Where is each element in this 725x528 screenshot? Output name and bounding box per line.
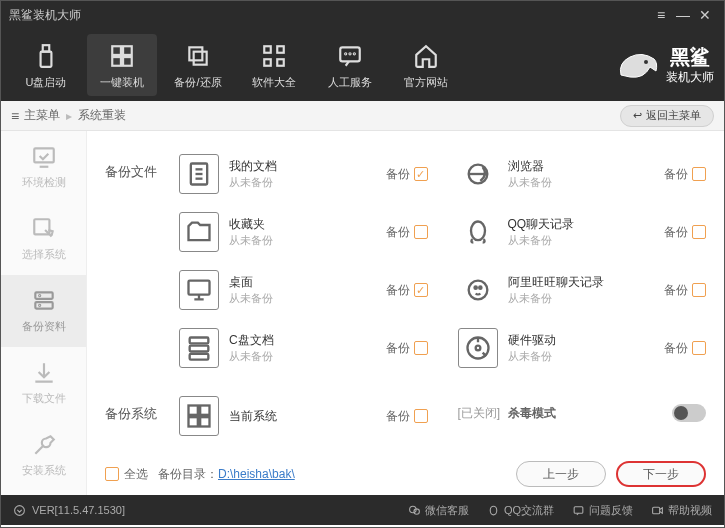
sidebar-item-select-system[interactable]: 选择系统 [1, 203, 86, 275]
svg-rect-17 [34, 148, 54, 162]
qq-icon [487, 504, 500, 517]
backup-label: 备份 [386, 224, 410, 241]
svg-rect-39 [200, 406, 209, 415]
nav-usb-boot[interactable]: U盘启动 [11, 34, 81, 96]
sidebar-item-label: 安装系统 [22, 463, 66, 478]
feedback-icon [572, 504, 585, 517]
status-link-help[interactable]: 帮助视频 [651, 503, 712, 518]
item-name: 桌面 [229, 274, 376, 291]
nav-software[interactable]: 软件大全 [239, 34, 309, 96]
item-sub: 从未备份 [229, 349, 376, 364]
backup-label: 备份 [664, 282, 688, 299]
backup-label: 备份 [386, 408, 410, 425]
monitor-check-icon [31, 144, 57, 170]
select-all-checkbox[interactable] [105, 467, 119, 481]
nav-label: 官方网站 [404, 75, 448, 90]
grid-icon [261, 41, 287, 71]
backup-path-link[interactable]: D:\heisha\bak\ [218, 467, 295, 481]
antivirus-toggle[interactable] [672, 404, 706, 422]
back-label: 返回主菜单 [646, 108, 701, 123]
minimize-button[interactable]: — [672, 7, 694, 23]
close-button[interactable]: ✕ [694, 7, 716, 23]
svg-point-15 [354, 53, 355, 54]
kill-label: 杀毒模式 [508, 405, 556, 422]
item-name: C盘文档 [229, 332, 376, 349]
disk-icon [458, 328, 498, 368]
item-name: 当前系统 [229, 408, 376, 425]
footer-row: 全选 备份目录：D:\heisha\bak\ 上一步 下一步 [105, 455, 706, 487]
sidebar-item-install[interactable]: 安装系统 [1, 419, 86, 491]
next-button[interactable]: 下一步 [616, 461, 706, 487]
svg-point-16 [644, 60, 648, 64]
svg-point-13 [345, 53, 346, 54]
backup-checkbox[interactable] [692, 341, 706, 355]
item-sub: 从未备份 [229, 291, 376, 306]
back-main-button[interactable]: ↩ 返回主菜单 [620, 105, 714, 127]
download-icon [31, 360, 57, 386]
svg-rect-41 [200, 417, 209, 426]
backup-checkbox[interactable] [414, 225, 428, 239]
cursor-icon [31, 216, 57, 242]
svg-rect-38 [189, 406, 198, 415]
brand-small: 装机大师 [666, 70, 714, 86]
item-sub: 从未备份 [508, 291, 655, 306]
svg-rect-1 [41, 51, 52, 66]
svg-point-21 [39, 295, 40, 296]
backup-label: 备份 [386, 166, 410, 183]
nav-backup-restore[interactable]: 备份/还原 [163, 34, 233, 96]
backup-checkbox[interactable] [414, 283, 428, 297]
status-link-feedback[interactable]: 问题反馈 [572, 503, 633, 518]
crumb-root[interactable]: 主菜单 [24, 107, 60, 124]
backup-checkbox[interactable] [692, 167, 706, 181]
svg-rect-7 [194, 51, 207, 64]
backup-checkbox[interactable] [414, 341, 428, 355]
row-current-system: 当前系统 备份 [179, 387, 428, 445]
item-name: 我的文档 [229, 158, 376, 175]
menu-button[interactable]: ≡ [650, 7, 672, 23]
svg-rect-19 [35, 292, 52, 299]
folder-icon [179, 212, 219, 252]
svg-point-30 [468, 281, 487, 300]
row-hw: 硬件驱动从未备份备份 [458, 319, 707, 377]
sidebar-item-label: 选择系统 [22, 247, 66, 262]
svg-point-22 [39, 305, 40, 306]
step-sidebar: 环境检测 选择系统 备份资料 下载文件 安装系统 [1, 131, 87, 495]
sidebar-item-backup[interactable]: 备份资料 [1, 275, 86, 347]
nav-service[interactable]: 人工服务 [315, 34, 385, 96]
item-sub: 从未备份 [508, 175, 655, 190]
status-link-wechat[interactable]: 微信客服 [408, 503, 469, 518]
item-sub: 从未备份 [508, 233, 655, 248]
backup-label: 备份 [386, 282, 410, 299]
sidebar-item-label: 环境检测 [22, 175, 66, 190]
svg-rect-46 [574, 506, 583, 512]
row-cdrive: C盘文档从未备份备份 [179, 319, 428, 377]
svg-point-14 [349, 53, 350, 54]
nav-website[interactable]: 官方网站 [391, 34, 461, 96]
wrench-icon [31, 432, 57, 458]
chevron-right-icon: ▸ [66, 109, 72, 123]
row-browser: 浏览器从未备份备份 [458, 145, 707, 203]
item-name: QQ聊天记录 [508, 216, 655, 233]
sidebar-item-label: 下载文件 [22, 391, 66, 406]
status-link-qq[interactable]: QQ交流群 [487, 503, 554, 518]
svg-rect-40 [189, 417, 198, 426]
sidebar-item-env[interactable]: 环境检测 [1, 131, 86, 203]
sidebar-item-download[interactable]: 下载文件 [1, 347, 86, 419]
video-icon [651, 504, 664, 517]
backup-checkbox[interactable] [692, 225, 706, 239]
backup-checkbox[interactable] [692, 283, 706, 297]
main-panel: 备份文件 我的文档从未备份备份浏览器从未备份备份收藏夹从未备份备份QQ聊天记录从… [87, 131, 724, 495]
item-name: 收藏夹 [229, 216, 376, 233]
backup-label: 备份 [664, 166, 688, 183]
nav-onekey-install[interactable]: 一键装机 [87, 34, 157, 96]
nav-label: U盘启动 [26, 75, 67, 90]
select-all-label: 全选 [124, 466, 148, 483]
svg-rect-10 [264, 59, 271, 66]
svg-point-42 [15, 505, 25, 515]
backup-checkbox[interactable] [414, 409, 428, 423]
backup-checkbox[interactable] [414, 167, 428, 181]
usb-icon [33, 41, 59, 71]
titlebar: 黑鲨装机大师 ≡ — ✕ [1, 1, 724, 29]
database-icon [31, 288, 57, 314]
prev-button[interactable]: 上一步 [516, 461, 606, 487]
